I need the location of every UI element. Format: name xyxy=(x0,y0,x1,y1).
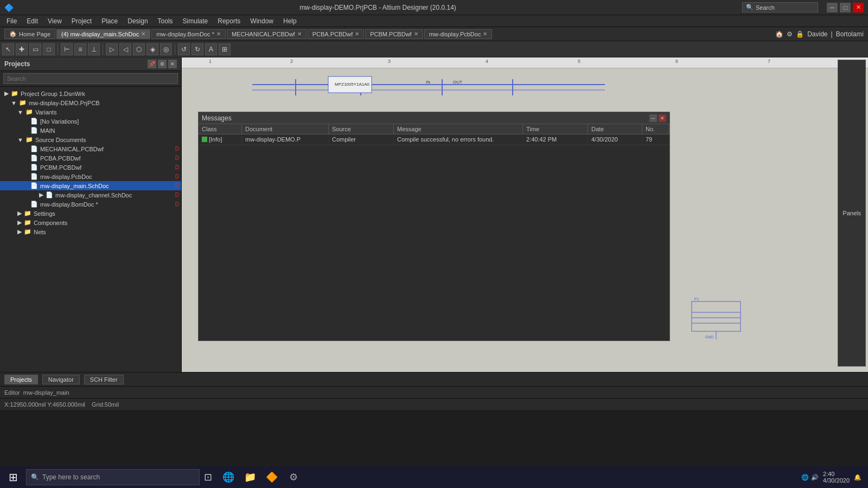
tree-main[interactable]: 📄 MAIN xyxy=(0,126,181,135)
panels-button[interactable]: Panels xyxy=(838,60,866,367)
messages-close-btn[interactable]: ✕ xyxy=(659,114,666,122)
badge-pcbdoc: D xyxy=(175,174,179,179)
minimize-button[interactable]: ─ xyxy=(827,3,838,12)
menu-place[interactable]: Place xyxy=(97,16,122,26)
taskbar-explorer[interactable]: 📁 xyxy=(240,467,260,487)
tool-redo[interactable]: ↻ xyxy=(192,43,203,55)
start-button[interactable]: ⊞ xyxy=(2,466,24,488)
tree-settings[interactable]: ▶ 📁 Settings xyxy=(0,209,181,218)
tab-close-icon[interactable]: ✕ xyxy=(141,31,145,37)
tool-cursor[interactable]: ↖ xyxy=(2,43,14,55)
col-class[interactable]: Class xyxy=(199,124,242,134)
tab-mechanical[interactable]: MECHANICAL.PCBDwf ✕ xyxy=(227,29,307,39)
svg-text:P1: P1 xyxy=(694,297,699,301)
menu-help[interactable]: Help xyxy=(279,16,301,26)
tool-zoom[interactable]: ⊞ xyxy=(219,43,231,55)
col-document[interactable]: Document xyxy=(242,124,329,134)
menu-file[interactable]: File xyxy=(2,16,21,26)
close-button[interactable]: ✕ xyxy=(853,3,864,12)
col-message[interactable]: Message xyxy=(394,124,523,134)
col-time[interactable]: Time xyxy=(523,124,588,134)
maximize-button[interactable]: □ xyxy=(840,3,851,12)
menu-simulate[interactable]: Simulate xyxy=(178,16,213,26)
tool-b4[interactable]: ▷ xyxy=(106,43,118,55)
panel-pin-btn[interactable]: 📌 xyxy=(148,60,156,68)
menu-tools[interactable]: Tools xyxy=(154,16,177,26)
msg-date: 4/30/2020 xyxy=(588,134,642,145)
menu-view[interactable]: View xyxy=(43,16,66,26)
taskbar-apps: 🌐 📁 🔶 ⚙ xyxy=(219,467,303,487)
tab-sch-filter[interactable]: SCH Filter xyxy=(84,375,124,384)
taskbar-settings[interactable]: ⚙ xyxy=(284,467,303,487)
message-row-1[interactable]: [Info] mw-display-DEMO.P Compiler Compil… xyxy=(199,134,669,145)
tree-project[interactable]: ▼ 📁 mw-display-DEMO.PrjPCB xyxy=(0,98,181,107)
tab-bomdoc[interactable]: mw-display.BomDoc * ✕ xyxy=(151,29,226,39)
tree-schdoc-selected[interactable]: 📄 mw-display_main.SchDoc D xyxy=(0,181,181,190)
tab-pcbm-close[interactable]: ✕ xyxy=(414,31,418,37)
menu-edit[interactable]: Edit xyxy=(22,16,42,26)
tool-b8[interactable]: ◎ xyxy=(160,43,172,55)
tool-text[interactable]: A xyxy=(205,43,217,55)
tree-nets-label: Nets xyxy=(34,229,46,235)
title-search-box[interactable]: 🔍 Search xyxy=(742,2,818,12)
tab-mechanical-close[interactable]: ✕ xyxy=(297,31,302,37)
tree-pcbdoc[interactable]: 📄 mw-display.PcbDoc D xyxy=(0,172,181,181)
tool-rect2[interactable]: □ xyxy=(43,43,55,55)
menu-project[interactable]: Project xyxy=(67,16,96,26)
panel-config-btn[interactable]: ⚙ xyxy=(158,60,167,68)
tool-b6[interactable]: ⬡ xyxy=(133,43,145,55)
tool-b5[interactable]: ◁ xyxy=(119,43,131,55)
panel-close-btn[interactable]: ✕ xyxy=(168,60,177,68)
tab-pcba[interactable]: PCBA.PCBDwf ✕ xyxy=(308,29,365,39)
col-no[interactable]: No. xyxy=(642,124,669,134)
tool-b2[interactable]: ≡ xyxy=(74,43,86,55)
menu-design[interactable]: Design xyxy=(123,16,152,26)
tree-bomdoc[interactable]: 📄 mw-display.BomDoc * D xyxy=(0,200,181,209)
col-date[interactable]: Date xyxy=(588,124,642,134)
user-lock-icon[interactable]: 🔒 xyxy=(796,30,804,38)
coords-display: X:12950.000mil Y:4650.000mil xyxy=(4,401,85,408)
menu-reports[interactable]: Reports xyxy=(213,16,245,26)
tool-rect[interactable]: ▭ xyxy=(29,43,41,55)
tab-schdoc[interactable]: (4) mw-display_main.SchDoc ✕ xyxy=(56,29,150,39)
tool-b7[interactable]: ◈ xyxy=(146,43,158,55)
tab-bomdoc-close[interactable]: ✕ xyxy=(216,31,221,37)
tree-source-docs[interactable]: ▼ 📁 Source Documents xyxy=(0,135,181,144)
tree-pcbm[interactable]: 📄 PCBM.PCBDwf D xyxy=(0,163,181,172)
search-input[interactable] xyxy=(3,73,178,84)
tab-navigator[interactable]: Navigator xyxy=(42,375,80,384)
user-home-icon[interactable]: 🏠 xyxy=(775,30,783,38)
tree-variants[interactable]: ▼ 📁 Variants xyxy=(0,107,181,117)
tab-pcba-close[interactable]: ✕ xyxy=(355,31,359,37)
ruler-label-3: 3 xyxy=(388,59,391,64)
tool-b1[interactable]: ⊢ xyxy=(61,43,73,55)
tab-pcbdoc[interactable]: mw-display.PcbDoc ✕ xyxy=(424,29,493,39)
messages-title-bar[interactable]: Messages ─ ✕ xyxy=(199,112,669,124)
tool-undo[interactable]: ↺ xyxy=(178,43,190,55)
settings-folder-icon: 📁 xyxy=(24,210,31,217)
tree-nets[interactable]: ▶ 📁 Nets xyxy=(0,227,181,236)
tree-project-group[interactable]: ▶ 📁 Project Group 1.DsnWrk xyxy=(0,89,181,98)
tree-no-variations[interactable]: 📄 [No Variations] xyxy=(0,117,181,126)
tree-pcba[interactable]: 📄 PCBA.PCBDwf D xyxy=(0,153,181,163)
tab-home-page[interactable]: 🏠 Home Page xyxy=(4,29,55,39)
col-source[interactable]: Source xyxy=(329,124,394,134)
tree-channel[interactable]: ▶ 📄 mw-display_channel.SchDoc D xyxy=(0,190,181,200)
taskbar-app3[interactable]: 🔶 xyxy=(262,467,282,487)
notification-icon[interactable]: 🔔 xyxy=(854,474,861,481)
tool-b3[interactable]: ⊥ xyxy=(88,43,100,55)
tree-components[interactable]: ▶ 📁 Components xyxy=(0,218,181,227)
menu-window[interactable]: Window xyxy=(246,16,278,26)
tab-pcbdoc-close[interactable]: ✕ xyxy=(483,31,487,37)
tab-pcbm[interactable]: PCBM.PCBDwf ✕ xyxy=(365,29,423,39)
task-view-btn[interactable]: ⊡ xyxy=(204,471,212,483)
taskbar-edge[interactable]: 🌐 xyxy=(219,467,238,487)
tool-cross[interactable]: ✚ xyxy=(16,43,28,55)
user-settings-icon[interactable]: ⚙ xyxy=(787,30,793,38)
projects-panel: Projects 📌 ⚙ ✕ ▶ 📁 Project Group 1.DsnWr… xyxy=(0,57,182,372)
taskbar-search[interactable]: 🔍 Type here to search xyxy=(26,469,200,485)
tree-mechanical[interactable]: 📄 MECHANICAL.PCBDwf D xyxy=(0,144,181,153)
tree-bomdoc-label: mw-display.BomDoc * xyxy=(40,201,98,208)
tab-projects[interactable]: Projects xyxy=(4,375,38,384)
messages-minimize-btn[interactable]: ─ xyxy=(649,114,657,122)
